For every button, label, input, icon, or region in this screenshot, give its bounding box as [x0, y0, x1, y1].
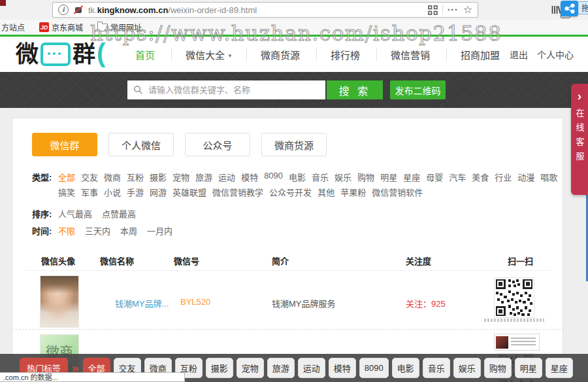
bookmark-folder[interactable]: 常用网址	[97, 22, 142, 33]
type-option[interactable]: 汽车	[449, 171, 466, 183]
type-option[interactable]: 网游	[150, 186, 167, 198]
publish-qrcode-button[interactable]: 发布二维码	[390, 80, 446, 99]
type-option[interactable]: 搞笑	[58, 186, 75, 198]
hot-tag-button[interactable]: 娱乐	[453, 358, 481, 378]
type-option[interactable]: 微信营销软件	[372, 186, 423, 198]
type-options-row1: 全部交友微商互粉摄影宠物旅游运动模特8090电影音乐娱乐购物明星星座母婴汽车美食…	[58, 171, 557, 183]
type-option[interactable]: 母婴	[426, 171, 443, 183]
nav-item[interactable]: 微信营销	[376, 48, 446, 61]
hot-tag-button[interactable]: 星座	[546, 358, 573, 378]
tab[interactable]: 微商货源	[261, 133, 327, 156]
chat-bubble-icon	[41, 43, 71, 66]
type-option[interactable]: 微信营销教学	[212, 186, 263, 198]
category-tabs: 微信群个人微信公众号微商货源	[32, 133, 327, 156]
hot-tag-button[interactable]: 电影	[392, 358, 419, 378]
type-option[interactable]: 苹果粉	[340, 186, 366, 198]
type-option[interactable]: 英雄联盟	[172, 186, 206, 198]
type-option[interactable]: 微商	[104, 171, 121, 183]
column-header: 扫一扫	[508, 254, 533, 267]
sort-option[interactable]: 点赞最高	[102, 207, 136, 220]
time-options: 不限三天内本周一月内	[58, 224, 172, 237]
tab[interactable]: 微信群	[32, 133, 97, 156]
type-option[interactable]: 其他	[318, 186, 335, 198]
type-option[interactable]: 娱乐	[335, 171, 351, 183]
page-actions-icon[interactable]: ···	[448, 7, 459, 13]
search-button[interactable]: 搜 索	[327, 80, 383, 99]
hot-tag-button[interactable]: 明星	[515, 358, 542, 378]
type-option[interactable]: 运动	[218, 171, 235, 183]
time-option[interactable]: 不限	[58, 224, 75, 237]
hot-tag-button[interactable]: 8090	[359, 358, 389, 378]
nav-item[interactable]: 排行榜	[316, 48, 376, 61]
type-option[interactable]: 8090	[264, 171, 283, 183]
time-filter-row: 时间: 不限三天内本周一月内	[32, 224, 172, 237]
site-logo[interactable]: 微 群 (	[16, 43, 105, 66]
type-option[interactable]: 星座	[403, 171, 420, 183]
qr-caption-lines	[484, 319, 544, 322]
user-link[interactable]: 退出	[510, 48, 528, 61]
hot-tag-button[interactable]: 运动	[298, 358, 325, 378]
logo-text-right: 群	[73, 43, 95, 66]
nav-item[interactable]: 微信大全▼	[171, 48, 246, 61]
type-option[interactable]: 交友	[81, 171, 98, 183]
follow-count: 关注：925	[406, 297, 446, 309]
type-option[interactable]: 动漫	[517, 171, 534, 183]
address-bar[interactable]: i tk.kingknow.com.cn/weixin-order-id-89.…	[52, 2, 478, 18]
time-option[interactable]: 本周	[120, 224, 137, 237]
nav-item[interactable]: 招商加盟	[446, 48, 516, 61]
type-option[interactable]: 互粉	[127, 171, 144, 183]
hot-tag-button[interactable]: 购物	[484, 358, 512, 378]
hot-tag-button[interactable]: 宠物	[237, 358, 264, 378]
online-service-label: 在线客服	[574, 109, 586, 166]
hot-tag-button[interactable]: 模特	[329, 358, 356, 378]
main-nav: 首页 微信大全▼ 微商货源 排行榜 微信营销 招商加盟	[122, 37, 516, 72]
online-service-tab[interactable]: › 在线客服	[571, 84, 588, 195]
time-label: 时间:	[32, 224, 58, 237]
plugin-blocked-icon[interactable]	[73, 5, 84, 15]
bookmark-item-jd[interactable]: JD 京东商城	[39, 22, 83, 33]
type-option[interactable]: 唱歌	[540, 171, 557, 183]
hot-tag-button[interactable]: 摄影	[206, 358, 233, 378]
type-option[interactable]: 电影	[289, 171, 306, 183]
time-option[interactable]: 一月内	[147, 224, 172, 237]
type-option[interactable]: 明星	[380, 171, 397, 183]
share-extension-icon[interactable]	[561, 1, 578, 16]
type-option[interactable]: 音乐	[312, 171, 329, 183]
tab[interactable]: 个人微信	[108, 133, 174, 156]
type-option[interactable]: 购物	[357, 171, 374, 183]
library-icon[interactable]	[551, 5, 561, 18]
table-divider	[25, 270, 551, 271]
url-text[interactable]: tk.kingknow.com.cn/weixin-order-id-89.ht…	[88, 5, 257, 15]
nav-item[interactable]: 首页	[122, 48, 171, 61]
type-option[interactable]: 全部	[58, 171, 75, 183]
hot-tag-button[interactable]: 音乐	[423, 358, 450, 378]
tab[interactable]: 公众号	[185, 133, 250, 156]
hot-tag-button[interactable]: 旅游	[267, 358, 295, 378]
drag-tooltip: 拖	[578, 1, 588, 14]
type-option[interactable]: 行业	[495, 171, 512, 183]
bookmark-star-icon[interactable]: ☆	[463, 5, 472, 15]
qr-code[interactable]	[494, 277, 534, 318]
search-input[interactable]	[127, 80, 325, 99]
nav-item[interactable]: 微商货源	[246, 48, 316, 61]
sort-option[interactable]: 人气最高	[58, 207, 92, 220]
column-header: 微信号	[174, 254, 199, 267]
type-option[interactable]: 模特	[241, 171, 258, 183]
type-option[interactable]: 宠物	[172, 171, 189, 183]
type-option[interactable]: 小说	[104, 186, 121, 198]
column-header: 微信名称	[100, 254, 134, 267]
wechat-intro: 钱潮MY品牌服务	[272, 297, 336, 309]
user-link[interactable]: 个人中心	[537, 48, 574, 61]
type-option[interactable]: 摄影	[150, 171, 167, 183]
type-option[interactable]: 手游	[127, 186, 144, 198]
site-info-icon[interactable]: i	[58, 5, 69, 15]
type-options-row2: 搞笑军事小说手游网游英雄联盟微信营销教学公众号开发其他苹果粉微信营销软件	[58, 186, 423, 198]
type-option[interactable]: 旅游	[195, 171, 212, 183]
bookmark-item[interactable]: 方站点	[1, 22, 25, 33]
time-option[interactable]: 三天内	[85, 224, 110, 237]
type-option[interactable]: 美食	[472, 171, 489, 183]
type-option[interactable]: 军事	[81, 186, 98, 198]
type-option[interactable]: 公众号开发	[269, 186, 312, 198]
qr-scan-icon[interactable]	[428, 5, 438, 15]
wechat-name-link[interactable]: 钱潮MY品牌...	[115, 297, 169, 309]
